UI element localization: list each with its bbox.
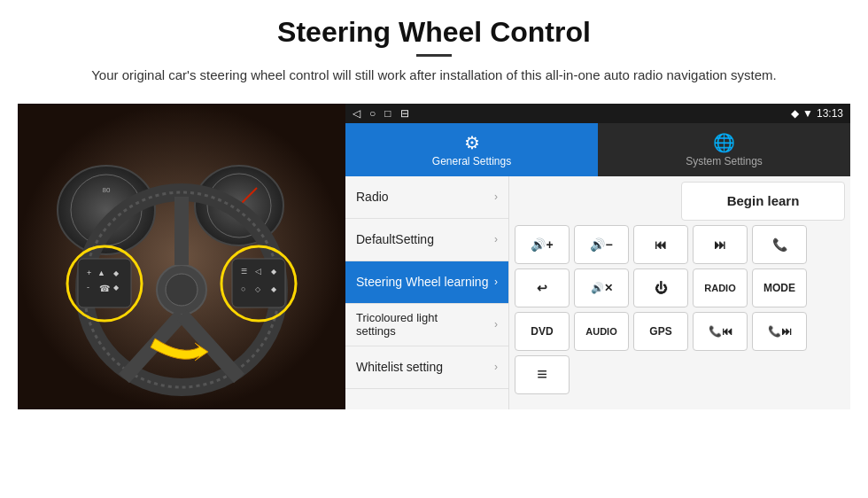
mute-icon: 🔊✕ (591, 282, 613, 294)
tab-general-label: General Settings (432, 155, 511, 167)
phone-icon: 📞 (772, 237, 787, 252)
menu-item-radio[interactable]: Radio › (345, 176, 508, 219)
back-icon: ◁ (353, 107, 360, 120)
menu-tricoloured-label: Tricoloured lightsettings (356, 311, 438, 338)
volume-down-icon: 🔊− (590, 237, 612, 252)
page-title: Steering Wheel Control (35, 16, 833, 49)
list-icon-button[interactable]: ≡ (515, 355, 570, 394)
tab-general-settings[interactable]: ⚙ General Settings (345, 123, 598, 176)
control-row-1: Begin learn (515, 182, 845, 221)
phone-prev-icon: 📞⏮ (709, 325, 732, 338)
control-row-2: 🔊+ 🔊− ⏮ ⏭ 📞 (515, 225, 845, 264)
menu-whitelist-label: Whitelist setting (356, 360, 443, 374)
page-header: Steering Wheel Control Your original car… (0, 0, 868, 95)
menu-default-label: DefaultSetting (356, 232, 434, 246)
menu-steering-label: Steering Wheel learning (356, 275, 488, 289)
svg-point-10 (166, 274, 198, 306)
menu-item-tricoloured[interactable]: Tricoloured lightsettings › (345, 304, 508, 346)
control-row-3: ↩ 🔊✕ ⏻ RADIO MODE (515, 268, 845, 307)
spacer-1 (515, 182, 677, 221)
dvd-label: DVD (531, 325, 553, 338)
svg-text:80: 80 (103, 186, 111, 194)
menu-item-steering[interactable]: Steering Wheel learning › (345, 261, 508, 304)
dvd-button[interactable]: DVD (515, 312, 570, 351)
svg-text:☎: ☎ (99, 284, 110, 293)
power-icon: ⏻ (655, 281, 667, 295)
svg-text:-: - (87, 283, 89, 292)
list-icon: ≡ (537, 364, 547, 385)
svg-text:◇: ◇ (255, 285, 261, 293)
menu-item-default[interactable]: DefaultSetting › (345, 219, 508, 261)
svg-text:▲: ▲ (97, 268, 105, 277)
hangup-icon: ↩ (537, 281, 547, 295)
audio-label: AUDIO (585, 326, 616, 337)
radio-button[interactable]: RADIO (693, 268, 748, 307)
svg-text:☰: ☰ (241, 268, 247, 276)
tab-system-settings[interactable]: 🌐 System Settings (598, 123, 850, 176)
car-background: 80 40 + ▲ ◆ (18, 104, 345, 409)
prev-track-button[interactable]: ⏮ (633, 225, 688, 264)
svg-text:◆: ◆ (271, 285, 277, 293)
phone-next-button[interactable]: 📞⏭ (752, 312, 807, 351)
status-bar: ◁ ○ □ ⊟ ◆ ▼ 13:13 (345, 104, 850, 123)
gps-icon: ◆ (791, 107, 799, 120)
begin-learn-button[interactable]: Begin learn (681, 182, 845, 221)
signal-icon: ▼ (802, 107, 813, 120)
power-button[interactable]: ⏻ (633, 268, 688, 307)
phone-next-icon: 📞⏭ (768, 325, 792, 338)
control-row-4: DVD AUDIO GPS 📞⏮ 📞⏭ (515, 312, 845, 351)
svg-text:○: ○ (241, 284, 245, 293)
menu-item-whitelist[interactable]: Whitelist setting › (345, 346, 508, 389)
audio-button[interactable]: AUDIO (574, 312, 629, 351)
status-bar-indicators: ◆ ▼ 13:13 (791, 107, 843, 120)
globe-icon: 🌐 (713, 132, 735, 153)
android-main: Radio › DefaultSetting › Steering Wheel … (345, 176, 850, 409)
page-subtitle: Your original car's steering wheel contr… (35, 66, 833, 86)
recent-icon: □ (384, 107, 391, 120)
mode-button[interactable]: MODE (752, 268, 807, 307)
svg-text:◆: ◆ (113, 269, 120, 277)
android-controls: Begin learn 🔊+ 🔊− ⏮ ⏭ (509, 176, 850, 409)
chevron-icon: › (494, 318, 498, 331)
next-icon: ⏭ (714, 237, 726, 252)
svg-text:◆: ◆ (271, 268, 277, 276)
android-tabs: ⚙ General Settings 🌐 System Settings (345, 123, 850, 176)
radio-label: RADIO (704, 283, 735, 293)
android-menu: Radio › DefaultSetting › Steering Wheel … (345, 176, 509, 409)
home-icon: ○ (369, 107, 376, 120)
gear-icon: ⚙ (464, 132, 480, 153)
phone-prev-button[interactable]: 📞⏮ (693, 312, 748, 351)
gps-label: GPS (649, 325, 671, 338)
phone-button[interactable]: 📞 (752, 225, 807, 264)
gps-button[interactable]: GPS (633, 312, 688, 351)
menu-icon: ⊟ (400, 107, 409, 120)
volume-up-button[interactable]: 🔊+ (515, 225, 570, 264)
car-image-area: 80 40 + ▲ ◆ (18, 104, 345, 409)
steering-wheel-svg: 80 40 + ▲ ◆ (18, 104, 345, 409)
status-bar-nav: ◁ ○ □ ⊟ (353, 107, 409, 120)
chevron-icon: › (494, 276, 498, 288)
svg-text:+: + (87, 268, 91, 277)
prev-icon: ⏮ (655, 237, 667, 252)
svg-text:◆: ◆ (113, 284, 120, 292)
mode-label: MODE (763, 282, 795, 294)
time-display: 13:13 (817, 107, 843, 120)
tab-system-label: System Settings (686, 155, 763, 167)
android-ui: ◁ ○ □ ⊟ ◆ ▼ 13:13 ⚙ General Settings 🌐 S… (345, 104, 850, 409)
hangup-button[interactable]: ↩ (515, 268, 570, 307)
volume-down-button[interactable]: 🔊− (574, 225, 629, 264)
menu-radio-label: Radio (356, 190, 389, 204)
chevron-icon: › (494, 233, 498, 245)
svg-text:◁: ◁ (255, 267, 261, 276)
content-area: 80 40 + ▲ ◆ (18, 104, 850, 409)
chevron-icon: › (494, 361, 498, 373)
volume-up-icon: 🔊+ (531, 237, 553, 252)
control-row-5: ≡ (515, 355, 845, 394)
chevron-icon: › (494, 191, 498, 203)
mute-button[interactable]: 🔊✕ (574, 268, 629, 307)
next-track-button[interactable]: ⏭ (693, 225, 748, 264)
title-divider (416, 54, 452, 57)
